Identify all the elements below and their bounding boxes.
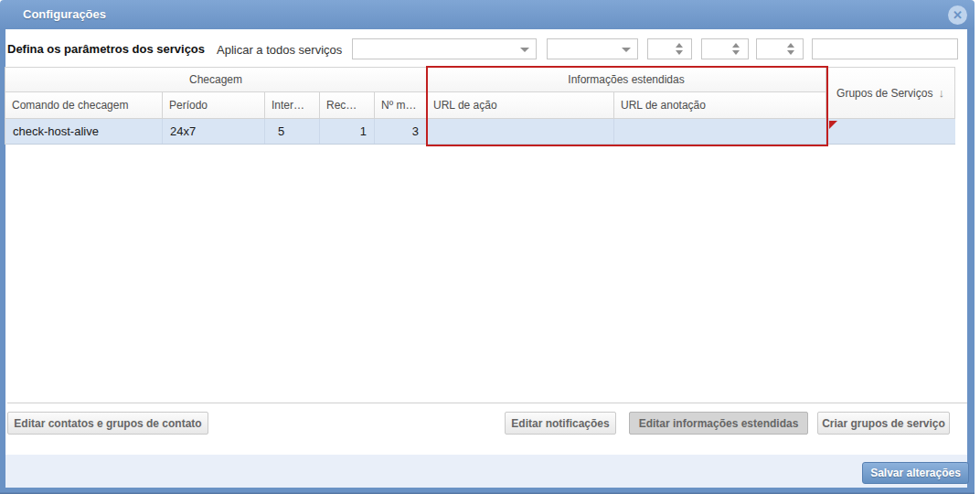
period-select[interactable] [547, 38, 638, 59]
dialog-titlebar: Configurações ✕ [0, 0, 975, 29]
dialog-border-bottom [0, 488, 975, 494]
group-header-checagem[interactable]: Checagem [5, 68, 427, 92]
sort-descending-icon[interactable]: ↓ [938, 86, 944, 100]
cell-num-max[interactable]: 3 [375, 119, 427, 144]
max-attempts-spinner[interactable] [756, 38, 804, 59]
column-header-periodo[interactable]: Período [163, 92, 265, 119]
dialog-footer [5, 455, 967, 488]
url-text-field-input[interactable] [813, 39, 957, 59]
column-header-num-max[interactable]: Nº m… [375, 92, 427, 119]
cell-recorrencia[interactable]: 1 [320, 119, 375, 144]
column-header-recorrencia[interactable]: Rec… [320, 92, 375, 119]
retry-spinner-input[interactable] [702, 39, 748, 59]
column-header-comando[interactable]: Comando de checagem [5, 92, 163, 119]
apply-to-all-label: Aplicar a todos serviços [217, 43, 342, 57]
edit-contacts-button[interactable]: Editar contatos e grupos de contato [7, 412, 208, 435]
spinner-arrows-icon[interactable] [787, 43, 794, 55]
create-service-groups-button[interactable]: Criar grupos de serviço [817, 412, 950, 435]
column-header-url-acao[interactable]: URL de ação [427, 92, 614, 119]
cell-grupos[interactable] [826, 119, 955, 144]
edit-notifications-button[interactable]: Editar notificações [505, 412, 616, 435]
toolbar-heading: Defina os parâmetros dos serviços [7, 42, 205, 56]
cell-comando[interactable]: check-host-alive [5, 119, 163, 144]
cell-url-acao[interactable] [427, 119, 614, 144]
cell-intervalo[interactable]: 5 [265, 119, 320, 144]
column-header-url-anotacao[interactable]: URL de anotação [614, 92, 826, 119]
configuration-dialog: Configurações ✕ Defina os parâmetros dos… [0, 0, 975, 494]
save-changes-button[interactable]: Salvar alterações [862, 462, 969, 484]
service-command-select[interactable] [352, 38, 537, 59]
buttons-separator [7, 403, 967, 403]
dialog-title: Configurações [23, 7, 106, 21]
service-command-select-input[interactable] [353, 39, 536, 59]
spinner-arrows-icon[interactable] [732, 43, 740, 55]
chevron-down-icon[interactable] [622, 48, 631, 52]
url-text-field[interactable] [812, 38, 958, 59]
max-attempts-spinner-input[interactable] [757, 39, 803, 59]
retry-spinner[interactable] [701, 38, 749, 59]
dialog-border-right [967, 29, 975, 494]
column-header-intervalo[interactable]: Inter… [265, 92, 320, 119]
group-header-informacoes-estendidas[interactable]: Informações estendidas [427, 68, 826, 92]
cell-url-anotacao[interactable] [614, 119, 826, 144]
interval-spinner[interactable] [647, 38, 692, 59]
interval-spinner-input[interactable] [648, 39, 691, 59]
cell-periodo[interactable]: 24x7 [163, 119, 265, 144]
chevron-down-icon[interactable] [520, 48, 529, 52]
close-icon[interactable]: ✕ [948, 5, 967, 25]
spinner-arrows-icon[interactable] [676, 43, 683, 55]
table-row[interactable]: check-host-alive 24x7 5 1 3 [5, 119, 955, 145]
column-header-grupos-de-servicos[interactable]: Grupos de Serviços ↓ [826, 68, 955, 119]
edit-extended-info-button[interactable]: Editar informações estendidas [629, 412, 808, 435]
